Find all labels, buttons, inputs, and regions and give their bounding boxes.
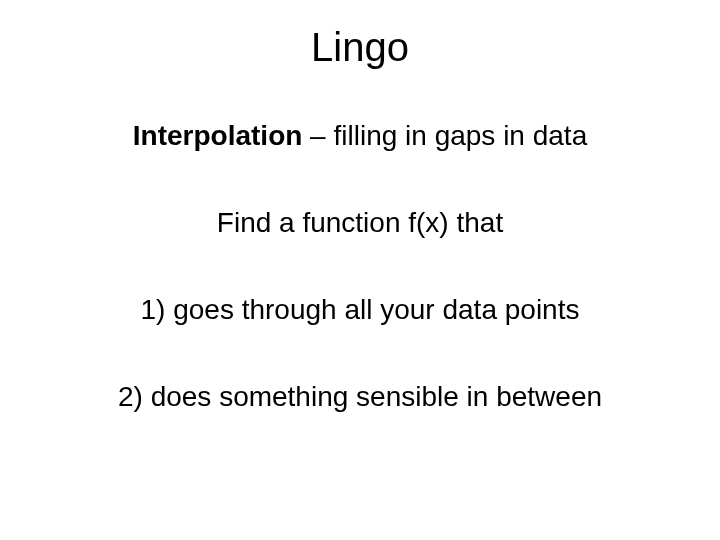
definition-term: Interpolation: [133, 120, 303, 151]
instruction-line: Find a function f(x) that: [30, 207, 690, 239]
criterion-2: 2) does something sensible in between: [30, 381, 690, 413]
slide-container: Lingo Interpolation – filling in gaps in…: [0, 0, 720, 540]
slide-title: Lingo: [30, 25, 690, 70]
criterion-1: 1) goes through all your data points: [30, 294, 690, 326]
definition-line: Interpolation – filling in gaps in data: [30, 120, 690, 152]
definition-rest: – filling in gaps in data: [302, 120, 587, 151]
